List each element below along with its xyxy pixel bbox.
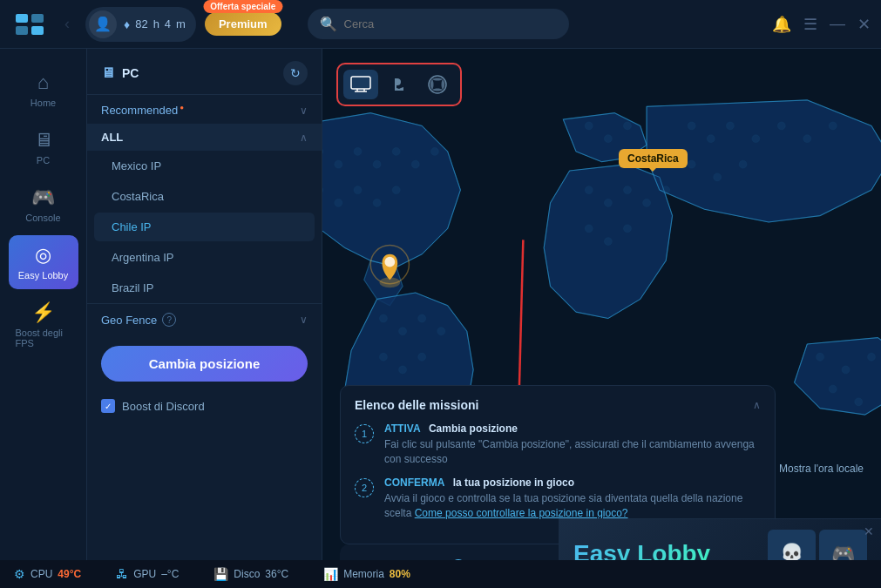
memory-value: 80% xyxy=(390,568,410,580)
svg-rect-1 xyxy=(31,14,44,23)
step-action-1: Cambia posizione xyxy=(429,422,518,435)
svg-point-51 xyxy=(855,398,863,406)
svg-point-23 xyxy=(418,353,426,361)
svg-point-34 xyxy=(585,225,593,233)
sidebar-item-home[interactable]: ⌂ Home xyxy=(9,63,78,117)
svg-point-35 xyxy=(604,238,612,246)
costarica-tooltip[interactable]: CostaRica xyxy=(619,149,688,168)
close-promo-button[interactable]: ✕ xyxy=(864,524,874,538)
svg-point-10 xyxy=(411,160,419,168)
step-title-2: CONFERMA la tua posizione in gioco xyxy=(384,476,761,489)
discord-boost-checkbox[interactable]: ✓ xyxy=(101,399,115,413)
svg-point-7 xyxy=(354,147,362,155)
geo-fence-label: Geo Fence ? xyxy=(101,313,176,327)
premium-button[interactable]: Offerta speciale Premium xyxy=(205,12,281,36)
discord-boost-section: ✓ Boost di Discord xyxy=(87,392,322,427)
svg-point-26 xyxy=(585,122,593,130)
step-desc-2: Avvia il gioco e controlla se la tua pos… xyxy=(384,491,761,521)
all-chevron: ∧ xyxy=(300,132,308,144)
memory-icon: 📊 xyxy=(323,567,338,581)
svg-point-49 xyxy=(868,353,876,361)
sidebar-item-console[interactable]: 🎮 Console xyxy=(9,178,78,232)
recommended-section-header[interactable]: Recommended● ∨ xyxy=(87,95,322,124)
geo-fence-help-icon[interactable]: ? xyxy=(162,313,176,327)
change-position-button[interactable]: Cambia posizione xyxy=(101,346,308,382)
hours-label: 82 xyxy=(135,17,147,30)
region-item-brazil[interactable]: Brazil IP xyxy=(94,274,315,302)
main-layout: ⌂ Home 🖥 PC 🎮 Console ◎ Easy Lobby ⚡ Boo… xyxy=(0,49,881,588)
cpu-value: 49°C xyxy=(58,568,81,580)
topbar-actions: 🔔 ☰ — ✕ xyxy=(772,15,871,34)
sidebar-item-fps-boost[interactable]: ⚡ Boost degli FPS xyxy=(9,293,78,357)
geo-fence-chevron: ∨ xyxy=(300,314,308,326)
panel-header: 🖥 PC ↻ xyxy=(87,49,322,95)
svg-point-39 xyxy=(726,122,734,130)
back-arrow[interactable]: ‹ xyxy=(58,11,77,37)
menu-icon[interactable]: ☰ xyxy=(803,15,817,34)
mission-chevron[interactable]: ∧ xyxy=(753,399,761,411)
minimize-icon[interactable]: — xyxy=(830,15,845,33)
gpu-label: GPU xyxy=(133,568,156,580)
step-content-1: ATTIVA Cambia posizione Fai clic sul pul… xyxy=(384,422,761,467)
region-item-chile[interactable]: Chile IP xyxy=(94,213,315,241)
svg-point-48 xyxy=(842,366,850,374)
gpu-status: 🖧 GPU –°C xyxy=(116,567,179,581)
svg-point-28 xyxy=(624,122,632,130)
bell-icon[interactable]: 🔔 xyxy=(772,15,791,34)
panel-title: 🖥 PC xyxy=(101,65,139,81)
region-item-argentina[interactable]: Argentina IP xyxy=(94,243,315,272)
region-item-costarica[interactable]: CostaRica xyxy=(94,182,315,211)
svg-point-9 xyxy=(392,147,400,155)
close-icon[interactable]: ✕ xyxy=(857,15,871,34)
svg-point-15 xyxy=(373,199,381,206)
svg-point-13 xyxy=(335,199,342,206)
svg-point-11 xyxy=(430,147,438,155)
recommended-dot: ● xyxy=(180,104,184,112)
sidebar-item-easy-lobby[interactable]: ◎ Easy Lobby xyxy=(9,235,78,289)
step-title-1: ATTIVA Cambia posizione xyxy=(384,422,761,435)
region-item-mexico[interactable]: Mexico IP xyxy=(94,152,315,180)
m-label: m xyxy=(176,17,186,30)
sidebar-item-pc[interactable]: 🖥 PC xyxy=(9,120,78,174)
svg-point-6 xyxy=(335,160,342,168)
svg-point-36 xyxy=(624,225,632,233)
svg-point-14 xyxy=(354,186,362,194)
disk-status: 💾 Disco 36°C xyxy=(213,567,288,581)
step-tag-2: CONFERMA xyxy=(384,476,444,489)
platform-tab-xbox[interactable] xyxy=(420,70,455,99)
svg-point-8 xyxy=(373,160,381,168)
sidebar: ⌂ Home 🖥 PC 🎮 Console ◎ Easy Lobby ⚡ Boo… xyxy=(0,49,87,588)
user-section: 👤 ♦ 82 h 4 m xyxy=(85,7,196,42)
svg-rect-55 xyxy=(351,77,370,89)
svg-point-31 xyxy=(624,186,632,194)
h-label: h xyxy=(153,17,159,30)
pc-sidebar-icon: 🖥 xyxy=(34,129,53,152)
platform-tab-ps[interactable] xyxy=(382,70,417,99)
search-input[interactable] xyxy=(344,17,557,30)
recommended-chevron: ∨ xyxy=(300,105,308,117)
svg-point-33 xyxy=(662,186,670,194)
svg-point-30 xyxy=(604,199,612,206)
svg-point-29 xyxy=(585,186,593,194)
all-header[interactable]: ALL ∧ xyxy=(87,124,322,151)
user-stats: ♦ 82 h 4 m xyxy=(124,17,186,31)
svg-point-44 xyxy=(688,160,695,168)
svg-point-47 xyxy=(817,353,824,361)
svg-point-38 xyxy=(707,135,715,143)
platform-tab-pc[interactable] xyxy=(343,70,378,99)
sidebar-item-label: Easy Lobby xyxy=(18,270,68,280)
svg-point-43 xyxy=(829,122,837,130)
oferta-badge: Offerta speciale xyxy=(203,0,282,13)
geo-fence-section[interactable]: Geo Fence ? ∨ xyxy=(87,303,322,335)
platform-tabs xyxy=(336,63,462,106)
cpu-status: ⚙ CPU 49°C xyxy=(14,567,81,581)
sidebar-item-label: PC xyxy=(37,155,50,166)
svg-point-50 xyxy=(829,385,837,393)
disk-icon: 💾 xyxy=(213,567,228,581)
refresh-button[interactable]: ↻ xyxy=(283,61,308,85)
cpu-label: CPU xyxy=(30,568,52,580)
search-bar[interactable]: 🔍 xyxy=(308,9,569,39)
topbar: ‹ 👤 ♦ 82 h 4 m Offerta speciale Premium … xyxy=(0,0,881,49)
step-tag-1: ATTIVA xyxy=(384,422,421,435)
recommended-label: Recommended● xyxy=(101,104,184,117)
